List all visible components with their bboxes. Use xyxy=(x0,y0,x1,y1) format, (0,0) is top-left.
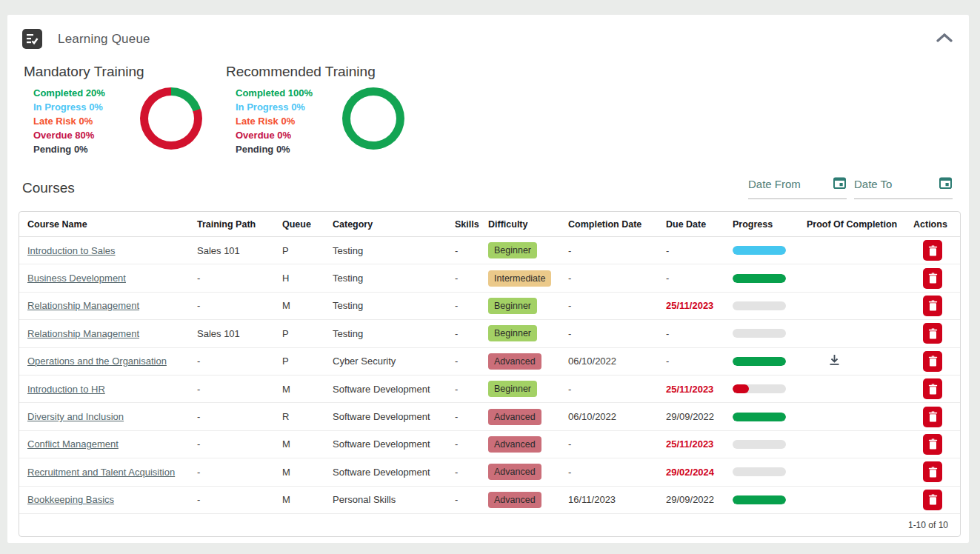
progress-bar-fill xyxy=(733,357,786,366)
table-row: Relationship ManagementSales 101PTesting… xyxy=(19,320,960,347)
course-name-link[interactable]: Relationship Management xyxy=(27,300,139,311)
date-from-field[interactable]: Date From xyxy=(748,176,847,199)
progress-bar xyxy=(733,301,786,310)
delete-course-button[interactable] xyxy=(923,407,942,427)
completion-date-cell: - xyxy=(568,245,666,256)
training-path-cell: Sales 101 xyxy=(197,245,282,256)
collapse-panel-button[interactable] xyxy=(933,30,956,48)
delete-course-button[interactable] xyxy=(923,378,942,399)
calendar-icon[interactable] xyxy=(833,176,847,193)
chart-body: Completed 20%In Progress 0%Late Risk 0%O… xyxy=(24,86,202,156)
delete-course-button[interactable] xyxy=(923,268,942,289)
chart-legend: Completed 100%In Progress 0%Late Risk 0%… xyxy=(236,86,330,156)
delete-course-button[interactable] xyxy=(923,434,942,455)
actions-cell xyxy=(913,407,960,427)
chevron-up-icon xyxy=(936,34,953,45)
difficulty-badge: Advanced xyxy=(488,464,541,480)
skills-cell: - xyxy=(455,438,488,450)
date-to-label: Date To xyxy=(854,178,892,190)
delete-course-button[interactable] xyxy=(923,296,942,316)
proof-cell xyxy=(807,353,913,370)
completion-date-cell: - xyxy=(568,273,666,284)
delete-course-button[interactable] xyxy=(923,351,942,372)
progress-bar xyxy=(733,467,786,476)
delete-course-button[interactable] xyxy=(923,461,942,482)
training-charts: Mandatory TrainingCompleted 20%In Progre… xyxy=(24,64,969,156)
pagination-label: 1-10 of 10 xyxy=(19,514,960,536)
course-name-link[interactable]: Recruitment and Talent Acquisition xyxy=(27,467,175,478)
difficulty-cell: Advanced xyxy=(488,409,568,425)
course-name-link[interactable]: Diversity and Inclusion xyxy=(27,411,124,422)
course-name-cell: Diversity and Inclusion xyxy=(19,411,197,422)
skills-cell: - xyxy=(455,494,488,505)
difficulty-badge: Beginner xyxy=(488,381,537,397)
due-date-cell: - xyxy=(666,273,733,284)
progress-cell xyxy=(733,440,807,449)
progress-cell xyxy=(733,467,807,476)
column-header-skills: Skills xyxy=(455,219,488,230)
due-date-cell: - xyxy=(666,245,733,256)
course-name-link[interactable]: Conflict Management xyxy=(27,438,119,450)
progress-bar xyxy=(733,246,786,255)
progress-bar xyxy=(733,440,786,449)
difficulty-cell: Beginner xyxy=(488,242,568,258)
progress-cell xyxy=(733,384,807,393)
completion-date-cell: - xyxy=(568,328,666,339)
skills-cell: - xyxy=(455,300,488,311)
actions-cell xyxy=(913,378,960,399)
actions-cell xyxy=(913,268,960,289)
queue-cell: M xyxy=(282,467,333,478)
course-name-cell: Business Development xyxy=(19,273,197,284)
progress-bar xyxy=(733,329,786,338)
due-date-cell: 25/11/2023 xyxy=(666,300,733,311)
actions-cell xyxy=(913,461,960,482)
difficulty-badge: Advanced xyxy=(488,353,541,370)
panel-header: Learning Queue xyxy=(7,15,969,52)
legend-item: Pending 0% xyxy=(236,142,330,156)
donut-chart xyxy=(140,87,202,150)
calendar-icon[interactable] xyxy=(939,176,953,193)
training-path-cell: - xyxy=(197,384,282,395)
legend-item: In Progress 0% xyxy=(33,100,128,114)
course-name-cell: Introduction to Sales xyxy=(19,245,197,256)
course-name-link[interactable]: Bookkeeping Basics xyxy=(27,494,114,505)
delete-course-button[interactable] xyxy=(923,323,942,344)
progress-bar xyxy=(733,274,786,283)
difficulty-badge: Advanced xyxy=(488,492,541,508)
training-path-cell: - xyxy=(197,467,282,478)
donut-chart xyxy=(342,87,404,150)
table-row: Introduction to SalesSales 101PTesting-B… xyxy=(19,237,960,264)
learning-queue-icon xyxy=(22,29,42,49)
difficulty-badge: Advanced xyxy=(488,409,541,425)
actions-cell xyxy=(913,490,960,510)
difficulty-cell: Beginner xyxy=(488,298,568,314)
chart-title: Mandatory Training xyxy=(24,64,202,80)
due-date-cell: - xyxy=(666,356,733,367)
progress-cell xyxy=(733,357,807,366)
category-cell: Personal Skills xyxy=(333,494,455,505)
course-name-cell: Bookkeeping Basics xyxy=(19,494,197,505)
column-header-category: Category xyxy=(333,219,455,230)
download-proof-button[interactable] xyxy=(827,353,841,370)
legend-item: Late Risk 0% xyxy=(33,114,128,128)
actions-cell xyxy=(913,240,960,261)
progress-bar xyxy=(733,495,786,504)
course-name-link[interactable]: Relationship Management xyxy=(27,328,139,339)
course-name-link[interactable]: Operations and the Organisation xyxy=(27,356,167,367)
delete-course-button[interactable] xyxy=(923,240,942,261)
legend-item: Pending 0% xyxy=(33,142,128,156)
course-name-link[interactable]: Business Development xyxy=(27,273,126,284)
course-name-link[interactable]: Introduction to Sales xyxy=(27,245,116,256)
training-path-cell: - xyxy=(197,494,282,505)
table-row: Bookkeeping Basics-MPersonal Skills-Adva… xyxy=(19,487,960,514)
chart-legend: Completed 20%In Progress 0%Late Risk 0%O… xyxy=(33,86,128,156)
training-path-cell: - xyxy=(197,356,282,367)
delete-course-button[interactable] xyxy=(923,490,942,510)
chart-body: Completed 100%In Progress 0%Late Risk 0%… xyxy=(226,86,404,156)
due-date-cell: - xyxy=(666,328,733,339)
category-cell: Software Development xyxy=(333,411,455,422)
column-header-progress: Progress xyxy=(733,219,807,230)
course-name-link[interactable]: Introduction to HR xyxy=(27,384,105,395)
date-to-field[interactable]: Date To xyxy=(854,176,953,199)
skills-cell: - xyxy=(455,245,488,256)
